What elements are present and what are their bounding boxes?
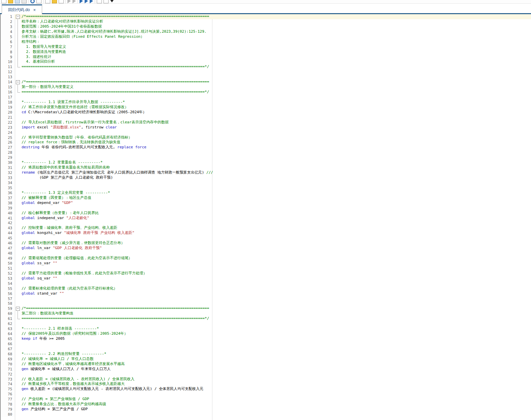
code-text[interactable]: gen 城镇化率 = 城镇人口万人 / 年末常住人口万人 <box>22 367 531 372</box>
code-line[interactable]: 42 <box>1 220 531 226</box>
code-line[interactable]: 28 <box>1 150 531 155</box>
code-line[interactable]: 18*---------- 1.1 设置工作目录并导入数据 ----------… <box>1 100 531 105</box>
code-text[interactable]: // 将字符型变量转换为数值型（年份、省份代码及所有经济指标） <box>22 135 531 140</box>
code-text[interactable]: (GDP 第三产业产值 人口老龄化 政府干预) <box>22 175 531 180</box>
code-line[interactable]: 68*---------- 2.2 构造控制变量 ----------* <box>1 352 531 357</box>
code-text[interactable]: // 城镇化率 = 城镇人口 / 常住人口总数 <box>22 357 531 362</box>
code-text[interactable]: 2. 数据清洗与变量构造 <box>22 50 531 55</box>
code-text[interactable]: // 核心解释变量（自变量）：老年人口抚养比 <box>22 211 531 216</box>
code-text[interactable]: // 控制变量：城镇化率、政府干预、产业结构、收入差距 <box>22 226 531 231</box>
code-text[interactable] <box>22 347 531 352</box>
code-line[interactable]: 80 <box>1 412 531 417</box>
code-text[interactable] <box>22 155 531 160</box>
code-line[interactable]: 53global sq_var "" <box>1 276 531 281</box>
code-text[interactable] <box>22 180 531 185</box>
code-line[interactable]: 12 <box>1 69 531 74</box>
open-icon[interactable] <box>8 0 13 3</box>
code-line[interactable]: 67 <box>1 347 531 352</box>
code-text[interactable]: *---------- 1.1 设置工作目录并导入数据 ----------* <box>22 100 531 105</box>
code-line[interactable]: 49// 需要缩尾处理的变量（处理极端值，此处为空表示不进行缩尾） <box>1 256 531 261</box>
code-text[interactable]: 3. 描述性统计 <box>22 55 531 60</box>
code-line[interactable]: 41global independ_var "人口老龄化" <box>1 216 531 221</box>
code-text[interactable]: 4. 基准回归分析 <box>22 59 531 64</box>
code-text[interactable] <box>22 130 531 135</box>
code-text[interactable]: ========================================… <box>22 64 531 69</box>
code-line[interactable]: 14−/*===================================… <box>1 80 531 85</box>
code-text[interactable]: global depend_var "GDP" <box>22 201 531 206</box>
code-line[interactable]: 10 4. 基准回归分析 <box>1 59 531 64</box>
code-text[interactable]: global stand_var "" <box>22 291 531 296</box>
code-line[interactable]: 20cd C:\Macrodatas\人口老龄化对经济增长影响的实证（2005-… <box>1 110 531 115</box>
code-line[interactable]: 32rename (地区生产总值亿元 第三产业增加值亿元 老年人口抚养比人口抽样… <box>1 170 531 175</box>
code-line[interactable]: 55// 需要标准化处理的变量（此处为空表示不进行标准化） <box>1 286 531 291</box>
code-text[interactable]: ========================================… <box>22 316 531 321</box>
code-text[interactable]: *---------- 1.3 定义全局宏变量 ----------* <box>22 190 531 196</box>
code-text[interactable]: // 被解释变量（因变量）：地区生产总值 <box>22 196 531 201</box>
copy-icon[interactable] <box>45 0 50 3</box>
code-text[interactable]: // 收入差距 = (城镇居民收入 - 农村居民收入) / 全体居民收入 <box>22 377 531 382</box>
code-line[interactable]: 35 <box>1 185 531 190</box>
redo-icon[interactable] <box>72 0 76 3</box>
code-text[interactable] <box>22 266 531 271</box>
code-line[interactable]: 9 3. 描述性统计 <box>1 55 531 60</box>
code-text[interactable]: global sq_var "" <box>22 276 531 281</box>
code-line[interactable]: 2程序名称：人口老龄化对经济增长影响的实证分析 <box>1 19 531 24</box>
code-text[interactable] <box>22 185 531 190</box>
code-text[interactable] <box>22 392 531 397</box>
code-line[interactable]: 57 <box>1 296 531 301</box>
code-text[interactable]: gen 收入差距 = (城镇居民人均可支配收入元 - 农村居民人均可支配收入元)… <box>22 387 531 392</box>
code-line[interactable]: 6程序结构： <box>1 39 531 44</box>
code-line[interactable]: 30*---------- 1.2 变量重命名 ----------* <box>1 160 531 165</box>
code-text[interactable]: // 需要缩尾处理的变量（处理极端值，此处为空表示不进行缩尾） <box>22 256 531 261</box>
code-text[interactable] <box>22 301 531 306</box>
code-line[interactable]: 22// 导入Excel原始数据，firstrow表示第一行为变量名，clear… <box>1 120 531 125</box>
code-text[interactable]: rename (地区生产总值亿元 第三产业增加值亿元 老年人口抚养比人口抽样调查… <box>22 170 531 175</box>
code-text[interactable]: 参考文献：杨建仁,何芳健,陈涛.人口老龄化对经济增长影响的实证[J].统计与决策… <box>22 29 531 34</box>
code-text[interactable]: // 衡量地区城镇化水平，城镇化率越高通常经济发展水平越高 <box>22 362 531 367</box>
code-text[interactable]: global independ_var "人口老龄化" <box>22 216 531 221</box>
code-text[interactable]: *---------- 2.2 构造控制变量 ----------* <box>22 352 531 357</box>
execute-all-icon[interactable] <box>90 0 93 3</box>
code-text[interactable]: 1. 数据导入与变量定义 <box>22 44 531 50</box>
clipboard-icon[interactable] <box>59 0 64 3</box>
code-text[interactable]: // 导入Excel原始数据，firstrow表示第一行为变量名，clear表示… <box>22 120 531 125</box>
code-text[interactable] <box>22 412 531 417</box>
code-text[interactable] <box>22 296 531 301</box>
code-line[interactable]: 31// 将原始数据中的长变量名重命名为简短易用的名称 <box>1 165 531 170</box>
code-line[interactable]: 45 <box>1 236 531 241</box>
code-text[interactable]: global kongzhi_var "城镇化率 政府干预 产业结构 收入差距" <box>22 231 531 236</box>
tab-do-file[interactable]: 回归代码.do × <box>2 4 42 14</box>
code-line[interactable]: 54 <box>1 281 531 286</box>
code-line[interactable]: 75gen 收入差距 = (城镇居民人均可支配收入元 - 农村居民人均可支配收入… <box>1 387 531 392</box>
code-line[interactable]: 64// 保留2005年及以后的数据（研究时间范围：2005-2024年） <box>1 331 531 336</box>
code-text[interactable] <box>22 321 531 326</box>
fold-collapse-icon[interactable]: − <box>16 15 20 19</box>
code-line[interactable]: 19// 将工作目录设置为数据文件所在路径（需根据实际情况修改） <box>1 105 531 110</box>
code-line[interactable]: 11======================================… <box>1 64 531 69</box>
code-text[interactable]: 分析方法：固定效应面板回归（Fixed Effects Panel Regres… <box>22 34 531 39</box>
code-line[interactable]: 63*---------- 2.1 样本筛选 ----------* <box>1 326 531 331</box>
code-text[interactable]: keep if 年份 >= 2005 <box>22 336 531 341</box>
code-text[interactable] <box>22 115 531 120</box>
code-line[interactable]: 69// 城镇化率 = 城镇人口 / 常住人口总数 <box>1 357 531 362</box>
code-text[interactable]: // 需要标准化处理的变量（此处为空表示不进行标准化） <box>22 286 531 291</box>
code-line[interactable]: 66 <box>1 341 531 347</box>
code-text[interactable]: // 保留2005年及以后的数据（研究时间范围：2005-2024年） <box>22 331 531 336</box>
code-text[interactable]: // 产业结构 = 第三产业增加值 / GDP <box>22 397 531 402</box>
code-line[interactable]: 13 <box>1 74 531 80</box>
code-line[interactable]: 59−/*===================================… <box>1 306 531 311</box>
code-line[interactable]: 52// 需要平方处理的变量（检验非线性关系，此处为空表示不进行平方处理） <box>1 271 531 276</box>
code-text[interactable]: // 衡量服务业占比，数值越大表示产业结构越高级 <box>22 402 531 407</box>
code-line[interactable]: 50global ss_var "" <box>1 261 531 266</box>
fold-collapse-icon[interactable]: − <box>16 307 20 311</box>
more-dropdown-icon[interactable] <box>110 0 114 2</box>
code-text[interactable]: cd C:\Macrodatas\人口老龄化对经济增长影响的实证（2005-20… <box>22 110 531 115</box>
code-line[interactable]: 27destring 年份 省份代码-农村居民人均可支配收入元, replace… <box>1 145 531 150</box>
code-text[interactable]: // replace force：强制转换，无法转换的值设为缺失值 <box>22 140 531 145</box>
code-line[interactable]: 61======================================… <box>1 316 531 321</box>
code-text[interactable]: import excel "原始数据.xlsx", firstrow clear <box>22 125 531 130</box>
code-line[interactable]: 17 <box>1 95 531 100</box>
code-line[interactable]: 70// 衡量地区城镇化水平，城镇化率越高通常经济发展水平越高 <box>1 362 531 367</box>
code-text[interactable]: global ss_var "" <box>22 261 531 266</box>
code-text[interactable]: 程序结构： <box>22 39 531 44</box>
